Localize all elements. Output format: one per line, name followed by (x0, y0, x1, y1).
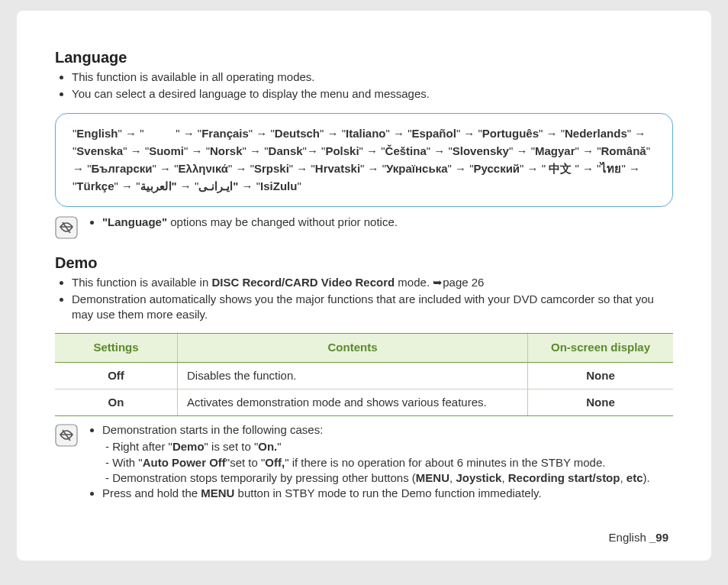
table-row: Off Disables the function. None (55, 362, 673, 389)
demo-note-dash: Right after "Demo" is set to "On." (105, 439, 650, 454)
language-note-item: "Language" options may be changed withou… (102, 215, 398, 230)
demo-heading: Demo (55, 253, 673, 273)
note-icon (55, 216, 78, 239)
demo-bullet: Demonstration automatically shows you th… (72, 292, 673, 323)
table-header-row: Settings Contents On-screen display (55, 334, 673, 362)
setting-cell: Off (55, 362, 178, 389)
language-bullet: This function is available in all operat… (72, 69, 673, 85)
language-list-box: "English" → " " → "Français" → "Deutsch"… (55, 113, 673, 207)
col-contents: Contents (178, 334, 528, 362)
demo-note-dashes: Right after "Demo" is set to "On." With … (89, 439, 650, 486)
language-heading: Language (55, 47, 673, 68)
manual-page: Language This function is available in a… (17, 11, 711, 561)
demo-note-dash: Demonstration stops temporarily by press… (105, 470, 650, 486)
demo-note-item: Press and hold the MENU button in STBY m… (102, 486, 650, 501)
content-cell: Disables the function. (178, 362, 528, 389)
demo-bullet: This function is available in DISC Recor… (72, 275, 673, 290)
footer-language: English (609, 531, 649, 544)
page-number: _99 (649, 531, 668, 544)
language-note: "Language" options may be changed withou… (55, 215, 673, 239)
language-note-body: "Language" options may be changed withou… (89, 215, 398, 231)
demo-note: Demonstration starts in the following ca… (55, 422, 673, 503)
language-bullet: You can select a desired language to dis… (72, 86, 673, 102)
content-cell: Activates demonstration mode and shows v… (178, 389, 528, 415)
table-row: On Activates demonstration mode and show… (55, 389, 673, 415)
demo-note-body: Demonstration starts in the following ca… (89, 422, 650, 503)
demo-table: Settings Contents On-screen display Off … (55, 333, 673, 416)
setting-cell: On (55, 389, 178, 415)
note-icon (55, 424, 78, 447)
page-footer: English _99 (609, 530, 668, 545)
col-osd: On-screen display (528, 334, 674, 362)
language-bullets: This function is available in all operat… (55, 69, 673, 102)
demo-bullets: This function is available in DISC Recor… (55, 275, 673, 323)
col-settings: Settings (55, 334, 178, 362)
osd-cell: None (528, 362, 674, 389)
demo-note-item: Demonstration starts in the following ca… (102, 422, 650, 438)
demo-note-dash: With "Auto Power Off"set to "Off," if th… (105, 455, 650, 470)
osd-cell: None (528, 389, 674, 415)
